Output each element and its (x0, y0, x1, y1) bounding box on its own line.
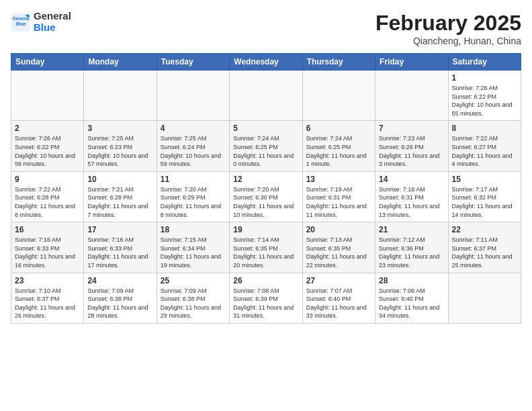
svg-text:Blue: Blue (16, 21, 26, 26)
day-info: Sunrise: 7:12 AM Sunset: 6:36 PM Dayligh… (379, 236, 444, 269)
logo-icon: General Blue (11, 12, 31, 32)
day-cell: 11Sunrise: 7:20 AM Sunset: 6:29 PM Dayli… (157, 171, 229, 222)
day-number: 16 (15, 225, 80, 234)
day-cell: 22Sunrise: 7:11 AM Sunset: 6:37 PM Dayli… (448, 222, 521, 273)
day-number: 10 (87, 175, 152, 184)
day-number: 13 (306, 175, 371, 184)
day-info: Sunrise: 7:16 AM Sunset: 6:33 PM Dayligh… (15, 236, 80, 269)
weekday-tuesday: Tuesday (157, 54, 229, 71)
day-info: Sunrise: 7:14 AM Sunset: 6:35 PM Dayligh… (233, 236, 298, 269)
day-number: 5 (233, 124, 298, 133)
calendar-table: SundayMondayTuesdayWednesdayThursdayFrid… (11, 53, 521, 324)
day-info: Sunrise: 7:07 AM Sunset: 6:40 PM Dayligh… (306, 287, 371, 320)
svg-text:General: General (12, 16, 29, 21)
day-cell: 8Sunrise: 7:22 AM Sunset: 6:27 PM Daylig… (448, 121, 521, 171)
day-cell (302, 71, 375, 121)
day-number: 21 (379, 225, 444, 234)
weekday-saturday: Saturday (448, 54, 521, 71)
day-info: Sunrise: 7:11 AM Sunset: 6:37 PM Dayligh… (452, 236, 517, 269)
day-info: Sunrise: 7:17 AM Sunset: 6:32 PM Dayligh… (452, 185, 517, 219)
day-info: Sunrise: 7:24 AM Sunset: 6:25 PM Dayligh… (233, 134, 298, 168)
day-info: Sunrise: 7:26 AM Sunset: 6:22 PM Dayligh… (452, 84, 517, 118)
day-cell: 7Sunrise: 7:23 AM Sunset: 6:26 PM Daylig… (375, 121, 448, 171)
day-cell: 4Sunrise: 7:25 AM Sunset: 6:24 PM Daylig… (157, 121, 229, 171)
day-number: 6 (306, 124, 371, 133)
day-cell: 18Sunrise: 7:15 AM Sunset: 6:34 PM Dayli… (157, 222, 229, 273)
day-cell: 24Sunrise: 7:09 AM Sunset: 6:38 PM Dayli… (84, 273, 157, 323)
day-info: Sunrise: 7:25 AM Sunset: 6:23 PM Dayligh… (87, 134, 152, 168)
day-cell: 23Sunrise: 7:10 AM Sunset: 6:37 PM Dayli… (11, 273, 84, 323)
day-info: Sunrise: 7:20 AM Sunset: 6:29 PM Dayligh… (161, 185, 226, 219)
day-number: 26 (233, 276, 298, 285)
location: Qiancheng, Hunan, China (375, 36, 521, 46)
day-number: 2 (15, 124, 80, 133)
day-cell (157, 71, 229, 121)
day-info: Sunrise: 7:22 AM Sunset: 6:28 PM Dayligh… (15, 185, 80, 219)
day-cell: 12Sunrise: 7:20 AM Sunset: 6:30 PM Dayli… (230, 171, 302, 222)
week-row-2: 2Sunrise: 7:26 AM Sunset: 6:22 PM Daylig… (11, 121, 521, 171)
day-info: Sunrise: 7:09 AM Sunset: 6:38 PM Dayligh… (161, 287, 226, 320)
day-number: 20 (306, 225, 371, 234)
day-info: Sunrise: 7:18 AM Sunset: 6:31 PM Dayligh… (379, 185, 444, 219)
week-row-4: 16Sunrise: 7:16 AM Sunset: 6:33 PM Dayli… (11, 222, 521, 273)
day-cell: 20Sunrise: 7:13 AM Sunset: 6:35 PM Dayli… (302, 222, 375, 273)
day-info: Sunrise: 7:15 AM Sunset: 6:34 PM Dayligh… (161, 236, 226, 269)
day-info: Sunrise: 7:22 AM Sunset: 6:27 PM Dayligh… (452, 134, 517, 168)
month-title: February 2025 (375, 11, 521, 36)
weekday-header-row: SundayMondayTuesdayWednesdayThursdayFrid… (11, 54, 521, 71)
day-info: Sunrise: 7:20 AM Sunset: 6:30 PM Dayligh… (233, 185, 298, 219)
day-number: 11 (161, 175, 226, 184)
day-number: 22 (452, 225, 517, 234)
day-cell (84, 71, 157, 121)
day-cell: 6Sunrise: 7:24 AM Sunset: 6:25 PM Daylig… (302, 121, 375, 171)
weekday-monday: Monday (84, 54, 157, 71)
day-cell: 2Sunrise: 7:26 AM Sunset: 6:22 PM Daylig… (11, 121, 84, 171)
day-cell: 14Sunrise: 7:18 AM Sunset: 6:31 PM Dayli… (375, 171, 448, 222)
day-cell: 13Sunrise: 7:19 AM Sunset: 6:31 PM Dayli… (302, 171, 375, 222)
day-cell: 17Sunrise: 7:16 AM Sunset: 6:33 PM Dayli… (84, 222, 157, 273)
day-number: 4 (161, 124, 226, 133)
day-cell: 27Sunrise: 7:07 AM Sunset: 6:40 PM Dayli… (302, 273, 375, 323)
day-cell (448, 273, 521, 323)
day-cell: 28Sunrise: 7:06 AM Sunset: 6:40 PM Dayli… (375, 273, 448, 323)
day-info: Sunrise: 7:10 AM Sunset: 6:37 PM Dayligh… (15, 287, 80, 320)
day-info: Sunrise: 7:26 AM Sunset: 6:22 PM Dayligh… (15, 134, 80, 168)
day-number: 25 (161, 276, 226, 285)
day-number: 12 (233, 175, 298, 184)
page-header: General Blue General Blue February 2025 … (11, 11, 521, 46)
logo: General Blue General Blue (11, 11, 71, 33)
day-info: Sunrise: 7:06 AM Sunset: 6:40 PM Dayligh… (379, 287, 444, 320)
day-number: 1 (452, 73, 517, 83)
day-number: 19 (233, 225, 298, 234)
day-cell: 3Sunrise: 7:25 AM Sunset: 6:23 PM Daylig… (84, 121, 157, 171)
weekday-thursday: Thursday (302, 54, 375, 71)
day-cell: 16Sunrise: 7:16 AM Sunset: 6:33 PM Dayli… (11, 222, 84, 273)
day-cell: 9Sunrise: 7:22 AM Sunset: 6:28 PM Daylig… (11, 171, 84, 222)
day-cell: 10Sunrise: 7:21 AM Sunset: 6:28 PM Dayli… (84, 171, 157, 222)
day-number: 15 (452, 175, 517, 184)
day-info: Sunrise: 7:23 AM Sunset: 6:26 PM Dayligh… (379, 134, 444, 168)
day-number: 3 (87, 124, 152, 133)
week-row-3: 9Sunrise: 7:22 AM Sunset: 6:28 PM Daylig… (11, 171, 521, 222)
day-info: Sunrise: 7:13 AM Sunset: 6:35 PM Dayligh… (306, 236, 371, 269)
day-number: 9 (15, 175, 80, 184)
day-number: 24 (87, 276, 152, 285)
day-info: Sunrise: 7:24 AM Sunset: 6:25 PM Dayligh… (306, 134, 371, 168)
day-cell (230, 71, 302, 121)
day-info: Sunrise: 7:19 AM Sunset: 6:31 PM Dayligh… (306, 185, 371, 219)
day-cell: 19Sunrise: 7:14 AM Sunset: 6:35 PM Dayli… (230, 222, 302, 273)
day-info: Sunrise: 7:16 AM Sunset: 6:33 PM Dayligh… (87, 236, 152, 269)
logo-general: General (34, 11, 71, 22)
day-number: 27 (306, 276, 371, 285)
day-number: 28 (379, 276, 444, 285)
day-number: 8 (452, 124, 517, 133)
day-cell: 5Sunrise: 7:24 AM Sunset: 6:25 PM Daylig… (230, 121, 302, 171)
logo-blue: Blue (34, 22, 71, 34)
day-cell: 21Sunrise: 7:12 AM Sunset: 6:36 PM Dayli… (375, 222, 448, 273)
title-block: February 2025 Qiancheng, Hunan, China (375, 11, 521, 46)
day-cell: 25Sunrise: 7:09 AM Sunset: 6:38 PM Dayli… (157, 273, 229, 323)
day-cell: 26Sunrise: 7:08 AM Sunset: 6:39 PM Dayli… (230, 273, 302, 323)
day-number: 23 (15, 276, 80, 285)
day-number: 17 (87, 225, 152, 234)
weekday-wednesday: Wednesday (230, 54, 302, 71)
